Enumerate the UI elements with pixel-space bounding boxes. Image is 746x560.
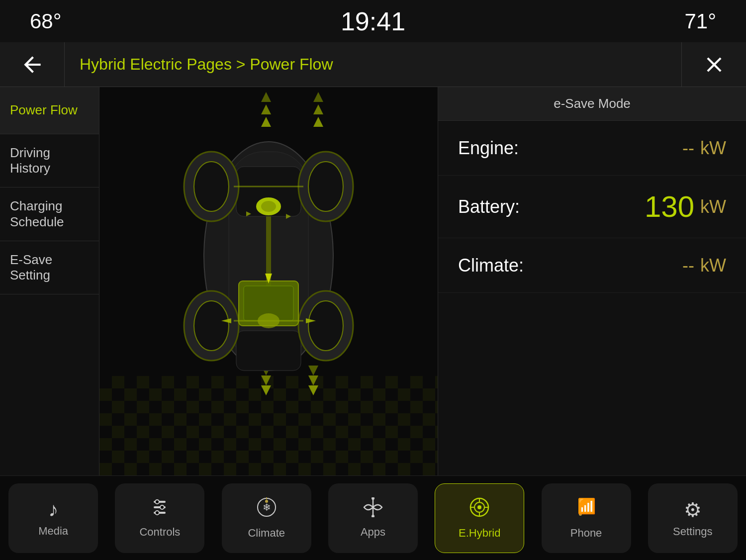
battery-value: 130 xyxy=(645,189,694,224)
sidebar: Power Flow Driving History Charging Sche… xyxy=(0,87,99,475)
svg-marker-8 xyxy=(261,385,271,395)
clock: 19:41 xyxy=(341,6,405,36)
nav-controls[interactable]: Controls xyxy=(115,483,204,553)
car-visualization xyxy=(99,87,438,475)
info-panel: e-Save Mode Engine: -- kW Battery: 130 k… xyxy=(438,87,746,475)
ehybrid-label: E.Hybrid xyxy=(459,527,500,540)
media-label: Media xyxy=(38,525,68,538)
phone-icon: 📶 xyxy=(575,496,597,523)
svg-point-41 xyxy=(155,500,159,504)
svg-point-42 xyxy=(160,505,164,509)
svg-marker-1 xyxy=(261,104,271,114)
nav-climate[interactable]: ❄ Climate xyxy=(222,483,311,553)
car-diagram xyxy=(144,87,393,425)
svg-point-23 xyxy=(308,301,343,351)
header: Hybrid Electric Pages > Power Flow xyxy=(0,42,746,87)
sidebar-item-e-save-setting[interactable]: E-Save Setting xyxy=(0,241,99,294)
climate-nav-label: Climate xyxy=(248,527,285,540)
svg-point-19 xyxy=(308,162,343,211)
media-icon: ♪ xyxy=(48,498,58,521)
apps-icon xyxy=(363,497,383,522)
sidebar-item-power-flow[interactable]: Power Flow xyxy=(0,87,99,134)
svg-point-43 xyxy=(155,511,159,515)
svg-marker-0 xyxy=(261,92,271,102)
svg-point-17 xyxy=(194,162,229,211)
climate-label: Climate: xyxy=(458,255,654,276)
engine-value: -- xyxy=(654,138,694,159)
svg-marker-2 xyxy=(261,117,271,127)
battery-row: Battery: 130 kW xyxy=(438,176,746,238)
battery-label: Battery: xyxy=(458,196,645,217)
engine-unit: kW xyxy=(700,138,726,159)
controls-label: Controls xyxy=(139,526,180,539)
nav-apps[interactable]: Apps xyxy=(328,483,418,553)
back-arrow-icon xyxy=(20,52,45,77)
svg-marker-5 xyxy=(313,117,323,127)
settings-label: Settings xyxy=(673,525,713,538)
svg-point-46 xyxy=(265,500,268,503)
engine-row: Engine: -- kW xyxy=(438,121,746,176)
close-icon xyxy=(702,52,727,77)
nav-phone[interactable]: 📶 Phone xyxy=(542,483,631,553)
svg-point-26 xyxy=(261,201,276,212)
svg-text:❄: ❄ xyxy=(262,502,271,513)
svg-marker-3 xyxy=(313,92,323,102)
phone-label: Phone xyxy=(570,527,602,540)
apps-label: Apps xyxy=(361,526,385,539)
header-title: Hybrid Electric Pages > Power Flow xyxy=(65,55,681,74)
svg-point-51 xyxy=(477,505,481,509)
svg-marker-10 xyxy=(308,375,318,385)
close-button[interactable] xyxy=(681,42,746,87)
svg-marker-9 xyxy=(308,366,318,375)
sidebar-item-driving-history[interactable]: Driving History xyxy=(0,134,99,187)
climate-nav-icon: ❄ xyxy=(256,496,278,523)
settings-icon: ⚙ xyxy=(684,498,702,521)
nav-settings[interactable]: ⚙ Settings xyxy=(648,483,738,553)
bottom-navigation: ♪ Media Controls ❄ Climate xyxy=(0,475,746,560)
climate-value: -- xyxy=(654,255,694,276)
nav-ehybrid[interactable]: E.Hybrid xyxy=(435,483,524,553)
current-page-text: Power Flow xyxy=(250,55,333,73)
svg-point-47 xyxy=(372,515,374,517)
ehybrid-icon xyxy=(468,496,490,523)
svg-rect-15 xyxy=(236,331,301,371)
svg-text:📶: 📶 xyxy=(577,497,596,515)
breadcrumb-text: Hybrid Electric Pages > xyxy=(80,55,250,73)
svg-marker-7 xyxy=(261,375,271,385)
climate-unit: kW xyxy=(700,255,726,276)
nav-media[interactable]: ♪ Media xyxy=(8,483,98,553)
temp-right: 71° xyxy=(684,9,716,33)
battery-unit: kW xyxy=(700,196,726,217)
climate-row: Climate: -- kW xyxy=(438,238,746,293)
svg-marker-4 xyxy=(313,104,323,114)
back-button[interactable] xyxy=(0,42,65,87)
svg-point-48 xyxy=(372,497,374,500)
main-content: Power Flow Driving History Charging Sche… xyxy=(0,87,746,475)
svg-marker-11 xyxy=(308,385,318,395)
engine-label: Engine: xyxy=(458,138,654,159)
controls-icon xyxy=(150,497,170,522)
status-bar: 68° 19:41 71° xyxy=(0,0,746,42)
mode-label: e-Save Mode xyxy=(438,87,746,121)
svg-point-21 xyxy=(194,301,229,351)
sidebar-item-charging-schedule[interactable]: Charging Schedule xyxy=(0,187,99,241)
temp-left: 68° xyxy=(30,9,62,33)
